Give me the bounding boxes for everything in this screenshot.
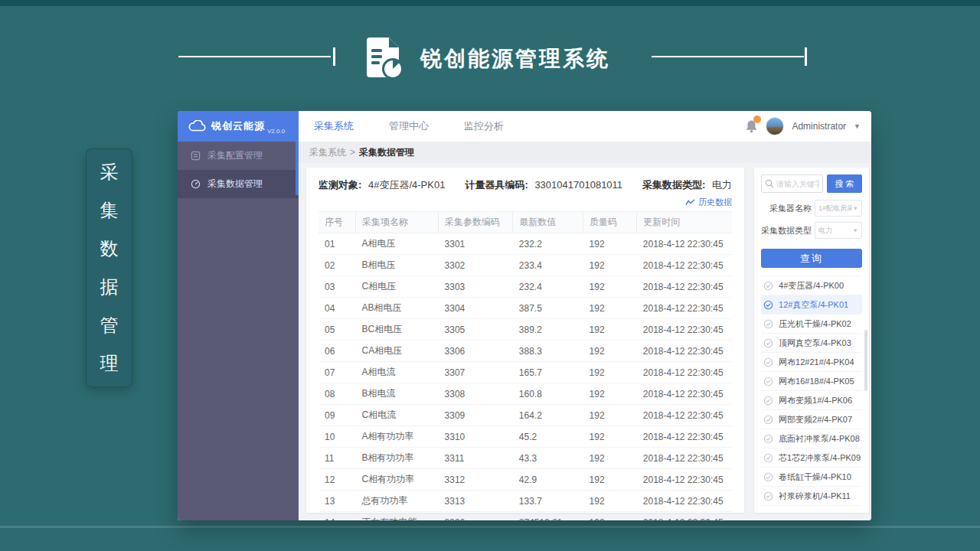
- cell-value: 42.9: [513, 469, 583, 491]
- collector-row: 采集器名称 1#配电房采集器 ▼: [761, 200, 862, 217]
- nav-tab[interactable]: 管理中心: [389, 119, 429, 133]
- sidebar-logo-version: V2.0.0: [267, 128, 285, 135]
- device-list-item[interactable]: 压光机干燥/4-PK02: [761, 315, 862, 334]
- app-window: 锐创云能源 V2.0.0 采集配置管理: [178, 111, 871, 520]
- sidebar-item-label: 采集配置管理: [207, 149, 263, 162]
- banner-divider-left: [178, 56, 331, 57]
- cell-time: 2018-4-12 22:30:45: [637, 298, 732, 319]
- device-list-item[interactable]: 4#变压器/4-PK00: [761, 276, 862, 295]
- device-list-item[interactable]: 卷纸缸干燥/4-PK10: [761, 468, 862, 487]
- device-list-item[interactable]: 衬浆碎浆机/4-PK11: [761, 487, 862, 506]
- table-row: 01 A相电压 3301 232.2 192 2018-4-12 22:30:4…: [318, 233, 732, 255]
- cell-code: 3306: [439, 341, 513, 362]
- query-button[interactable]: 查询: [761, 249, 862, 268]
- ribbon-title: 采集数据管理: [100, 153, 119, 383]
- panel-scrollbar[interactable]: [864, 330, 867, 391]
- circle-check-icon: [763, 338, 773, 348]
- search-icon: [765, 179, 774, 188]
- cell-quality: 192: [583, 383, 637, 405]
- monitor-object-value: 4#变压器/4-PK01: [368, 179, 445, 191]
- cell-seq: 12: [318, 469, 356, 491]
- table-row: 10 A相有功功率 3310 45.2 192 2018-4-12 22:30:…: [318, 426, 732, 448]
- cell-quality: 192: [583, 448, 637, 469]
- cell-code: 3305: [439, 319, 513, 341]
- nav-tab[interactable]: 监控分析: [464, 119, 504, 133]
- cell-value: 43.3: [513, 448, 583, 469]
- cell-time: 2018-4-12 22:30:45: [637, 341, 732, 362]
- cell-code: 3310: [439, 426, 513, 448]
- cell-quality: 192: [583, 233, 637, 255]
- main-area: 采集系统 管理中心 监控分析 Administrator ▼: [299, 111, 871, 520]
- collector-label: 采集器名称: [761, 203, 812, 214]
- gauge-icon: [191, 179, 201, 189]
- sidebar-item-collection-config[interactable]: 采集配置管理: [178, 142, 299, 170]
- table-row: 09 C相电流 3309 164.2 192 2018-4-12 22:30:4…: [318, 405, 732, 426]
- circle-check-icon: [763, 357, 773, 367]
- circle-check-icon: [763, 300, 773, 310]
- device-list-item[interactable]: 网布变频1#/4-PK06: [761, 391, 862, 410]
- search-button[interactable]: 搜 索: [827, 174, 862, 193]
- page-title: 锐创能源管理系统: [420, 44, 610, 73]
- cell-name: B相电压: [356, 255, 439, 276]
- cell-name: A相电流: [356, 362, 439, 383]
- banner-tick-right: [805, 47, 807, 66]
- breadcrumb-parent[interactable]: 采集系统: [309, 146, 346, 159]
- cell-time: 2018-4-12 22:30:45: [637, 448, 732, 469]
- cell-value: 388.3: [513, 341, 583, 362]
- column-header: 序号: [318, 212, 356, 233]
- sidebar-logo: 锐创云能源 V2.0.0: [178, 111, 299, 142]
- table-row: 12 C相有功功率 3312 42.9 192 2018-4-12 22:30:…: [318, 469, 732, 491]
- cell-value: 165.7: [513, 362, 583, 383]
- cell-code: 3307: [439, 362, 513, 383]
- banner-tick-left: [333, 47, 335, 66]
- table-row: 11 B相有功功率 3311 43.3 192 2018-4-12 22:30:…: [318, 448, 732, 469]
- cell-code: 3301: [439, 233, 513, 255]
- sidebar-item-collection-data[interactable]: 采集数据管理: [178, 170, 299, 198]
- device-list-item[interactable]: 网布16#18#/4-PK05: [761, 372, 862, 391]
- cell-time: 2018-4-12 22:30:45: [637, 469, 732, 491]
- device-list-item[interactable]: 顶网真空泵/4-PK03: [761, 334, 862, 353]
- datatype-select[interactable]: 电力 ▼: [815, 222, 862, 239]
- table-row: 03 C相电压 3303 232.4 192 2018-4-12 22:30:4…: [318, 276, 732, 298]
- table-header: 序号采集项名称采集参数编码最新数值质量码更新时间: [318, 212, 732, 233]
- cloud-icon: [188, 120, 206, 132]
- device-list-item[interactable]: 底面衬冲浆泵/4-PK08: [761, 429, 862, 448]
- nav-tabs: 采集系统 管理中心 监控分析: [314, 119, 504, 133]
- device-list-item[interactable]: 12#真空泵/4-PK01: [761, 295, 862, 315]
- filter-panel: 搜 索 采集器名称 1#配电房采集器 ▼ 采集数据类型 电力 ▼: [754, 168, 869, 513]
- breadcrumb: 采集系统 > 采集数据管理: [299, 142, 871, 163]
- notification-bell-icon[interactable]: [745, 119, 758, 133]
- nav-tab[interactable]: 采集系统: [314, 119, 354, 133]
- table-row: 04 AB相电压 3304 387.5 192 2018-4-12 22:30:…: [318, 298, 732, 319]
- bottom-accent-line: [0, 526, 980, 528]
- report-document-icon: [363, 36, 404, 83]
- cell-quality: 192: [583, 362, 637, 383]
- device-list-item[interactable]: 芯1芯2冲浆泵/4-PK09: [761, 448, 862, 468]
- device-label: 4#变压器/4-PK00: [779, 280, 844, 292]
- device-list-item[interactable]: 网布12#21#/4-PK04: [761, 353, 862, 372]
- device-list-item[interactable]: 网部变频2#/4-PK07: [761, 410, 862, 429]
- avatar[interactable]: [766, 117, 784, 135]
- device-label: 12#真空泵/4-PK01: [779, 299, 848, 311]
- datatype-label: 采集数据类型: [761, 225, 812, 236]
- history-data-link[interactable]: 历史数据: [685, 197, 732, 208]
- sidebar-logo-text: 锐创云能源: [211, 119, 265, 133]
- cell-time: 2018-4-12 22:30:45: [637, 512, 732, 521]
- cell-name: BC相电压: [356, 319, 439, 341]
- collector-select[interactable]: 1#配电房采集器 ▼: [815, 200, 862, 217]
- cell-value: 45.2: [513, 426, 583, 448]
- monitor-info-row: 监测对象: 4#变压器/4-PK01 计量器具编码: 3301041701081…: [318, 178, 732, 192]
- cell-seq: 09: [318, 405, 356, 426]
- table-row: 08 B相电流 3308 160.8 192 2018-4-12 22:30:4…: [318, 383, 732, 405]
- data-card: 监测对象: 4#变压器/4-PK01 计量器具编码: 3301041701081…: [306, 168, 744, 513]
- cell-name: A相电压: [356, 233, 439, 255]
- cell-quality: 192: [583, 512, 637, 521]
- username[interactable]: Administrator: [792, 121, 846, 132]
- cell-name: C相电压: [356, 276, 439, 298]
- chevron-down-icon[interactable]: ▼: [854, 122, 861, 130]
- device-label: 衬浆碎浆机/4-PK11: [779, 491, 851, 502]
- breadcrumb-current: 采集数据管理: [359, 146, 414, 159]
- cell-seq: 03: [318, 276, 356, 298]
- search-row: 搜 索: [761, 174, 862, 193]
- search-input[interactable]: [776, 180, 819, 188]
